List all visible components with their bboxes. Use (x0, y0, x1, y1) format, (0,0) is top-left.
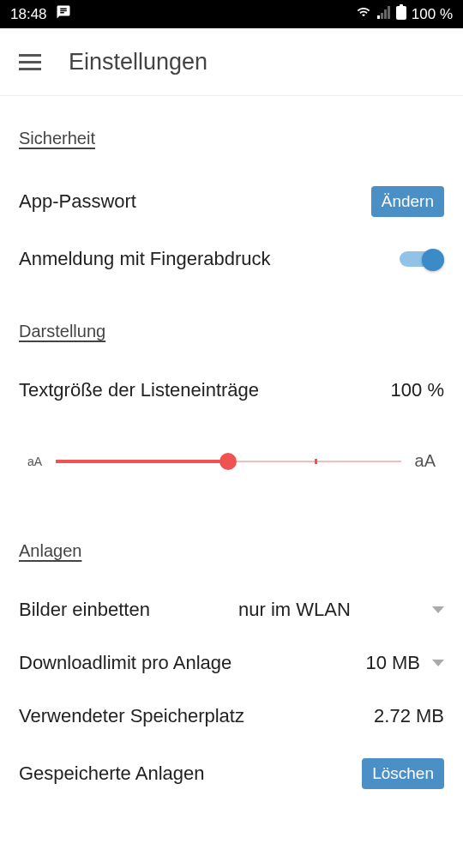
message-icon (56, 4, 71, 24)
chevron-down-icon (432, 606, 444, 613)
status-bar: 18:48 100 % (0, 0, 463, 28)
section-heading-display: Darstellung (19, 322, 105, 341)
fingerprint-label: Anmeldung mit Fingerabdruck (19, 248, 270, 270)
svg-rect-4 (396, 6, 406, 20)
fingerprint-toggle[interactable] (400, 249, 444, 269)
embed-images-dropdown[interactable]: nur im WLAN (238, 599, 444, 621)
text-size-label: Textgröße der Listeneinträge (19, 379, 259, 401)
svg-rect-2 (384, 9, 387, 19)
status-time: 18:48 (10, 6, 47, 23)
download-limit-row: Downloadlimit pro Anlage 10 MB (19, 652, 444, 674)
embed-images-row: Bilder einbetten nur im WLAN (19, 599, 444, 621)
menu-icon[interactable] (19, 54, 41, 70)
saved-attachments-label: Gespeicherte Anlagen (19, 763, 205, 785)
used-storage-value: 2.72 MB (374, 705, 444, 727)
page-title: Einstellungen (69, 49, 207, 75)
download-limit-label: Downloadlimit pro Anlage (19, 652, 232, 674)
app-password-row: App-Passwort Ändern (19, 186, 444, 217)
text-size-row: Textgröße der Listeneinträge 100 % (19, 379, 444, 401)
chevron-down-icon (432, 660, 444, 666)
section-heading-attachments: Anlagen (19, 541, 81, 561)
used-storage-label: Verwendeter Speicherplatz (19, 705, 244, 727)
text-size-slider-row: aA aA (19, 451, 444, 471)
battery-icon (396, 4, 406, 24)
signal-icon (377, 5, 391, 23)
text-size-value: 100 % (391, 379, 444, 401)
svg-rect-1 (381, 13, 383, 19)
fingerprint-row: Anmeldung mit Fingerabdruck (19, 248, 444, 270)
change-password-button[interactable]: Ändern (371, 186, 444, 217)
embed-images-label: Bilder einbetten (19, 599, 150, 621)
section-heading-security: Sicherheit (19, 129, 95, 148)
svg-rect-3 (388, 6, 390, 19)
embed-images-value: nur im WLAN (238, 599, 351, 621)
download-limit-dropdown[interactable]: 10 MB (365, 652, 444, 674)
slider-max-label: aA (415, 451, 436, 471)
saved-attachments-row: Gespeicherte Anlagen Löschen (19, 758, 444, 789)
svg-rect-5 (400, 4, 403, 7)
used-storage-row: Verwendeter Speicherplatz 2.72 MB (19, 705, 444, 727)
delete-attachments-button[interactable]: Löschen (362, 758, 444, 789)
text-size-slider[interactable] (56, 453, 400, 470)
download-limit-value: 10 MB (365, 652, 420, 674)
svg-rect-0 (377, 15, 380, 19)
slider-min-label: aA (27, 455, 42, 468)
battery-percent: 100 % (412, 6, 453, 23)
wifi-icon (355, 5, 372, 23)
settings-content: Sicherheit App-Passwort Ändern Anmeldung… (0, 96, 463, 789)
app-password-label: App-Passwort (19, 190, 136, 213)
app-bar: Einstellungen (0, 28, 463, 96)
